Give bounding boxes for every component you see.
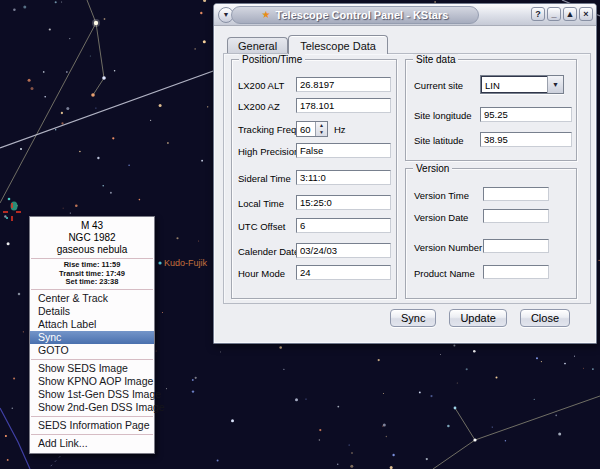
- lx200-az-field[interactable]: [296, 98, 391, 113]
- tracking-freq-label: Tracking Freq: [238, 124, 296, 135]
- local-time-field[interactable]: [296, 195, 391, 210]
- hour-mode-field[interactable]: [296, 265, 391, 280]
- current-site-value: LIN: [481, 76, 547, 93]
- local-time-label: Local Time: [238, 198, 284, 209]
- site-longitude-label: Site longitude: [414, 110, 472, 121]
- menu-item-show-2nd-gen-dss-image[interactable]: Show 2nd-Gen DSS Image: [30, 401, 154, 414]
- window-title-pill: ★ Telescope Control Panel - KStars: [231, 6, 479, 24]
- kstars-desktop: Kudo-Fujik M 43 NGC 1982 gaseous nebula …: [0, 0, 600, 469]
- site-data-group: Site data Current site LIN ▼ Site longit…: [405, 59, 577, 161]
- object-type: gaseous nebula: [30, 244, 154, 256]
- comet-label[interactable]: Kudo-Fujik: [164, 258, 207, 268]
- site-latitude-field[interactable]: [480, 132, 572, 147]
- update-button[interactable]: Update: [449, 309, 506, 327]
- site-latitude-label: Site latitude: [414, 135, 464, 146]
- menu-item-show-kpno-aop-image[interactable]: Show KPNO AOP Image: [30, 375, 154, 388]
- version-time-label: Version Time: [414, 190, 469, 201]
- menu-item-seds-information-page[interactable]: SEDS Information Page: [30, 419, 154, 432]
- position-time-group-title: Position/Time: [239, 54, 305, 65]
- menu-item-sync[interactable]: Sync: [30, 331, 154, 344]
- spin-down-icon[interactable]: ▼: [316, 129, 327, 136]
- set-time: Set time: 23:38: [30, 278, 154, 287]
- high-precision-field[interactable]: [296, 143, 391, 158]
- window-titlebar[interactable]: ▼ ★ Telescope Control Panel - KStars ? _…: [214, 4, 596, 26]
- tracking-freq-value: 60: [297, 122, 315, 136]
- position-time-group: Position/Time LX200 ALT LX200 AZ Trackin…: [231, 59, 397, 299]
- window-title: Telescope Control Panel - KStars: [276, 9, 449, 21]
- menu-item-attach-label[interactable]: Attach Label: [30, 318, 154, 331]
- product-name-field[interactable]: [483, 265, 549, 279]
- sideral-time-label: Sideral Time: [238, 173, 291, 184]
- calender-date-field[interactable]: [296, 243, 391, 258]
- version-date-label: Version Date: [414, 212, 468, 223]
- telescope-data-pane: Position/Time LX200 ALT LX200 AZ Trackin…: [223, 53, 591, 304]
- menu-separator: [31, 258, 153, 259]
- comet-symbol[interactable]: [158, 261, 161, 264]
- hour-mode-label: Hour Mode: [238, 268, 285, 279]
- utc-offset-field[interactable]: [296, 218, 391, 233]
- tracking-freq-unit: Hz: [334, 124, 346, 135]
- tracking-freq-spinbox[interactable]: 60 ▲ ▼: [296, 121, 328, 137]
- lx200-az-label: LX200 AZ: [238, 101, 280, 112]
- shade-button[interactable]: ▲: [563, 7, 577, 21]
- menu-separator: [31, 289, 153, 290]
- version-group: Version Version Time Version Date Versio…: [405, 168, 577, 299]
- lx200-alt-label: LX200 ALT: [238, 80, 284, 91]
- menu-item-show-seds-image[interactable]: Show SEDS Image: [30, 362, 154, 375]
- menu-item-details[interactable]: Details: [30, 305, 154, 318]
- menu-separator: [31, 359, 153, 360]
- lx200-alt-field[interactable]: [296, 77, 391, 92]
- menu-item-center-track[interactable]: Center & Track: [30, 292, 154, 305]
- menu-item-show-1st-gen-dss-image[interactable]: Show 1st-Gen DSS Image: [30, 388, 154, 401]
- menu-item-add-link[interactable]: Add Link...: [30, 437, 154, 450]
- utc-offset-label: UTC Offset: [238, 221, 285, 232]
- calender-date-label: Calender Date: [238, 246, 299, 257]
- dialog-button-row: Sync Update Close: [390, 309, 570, 327]
- telescope-control-panel-window: ▼ ★ Telescope Control Panel - KStars ? _…: [213, 3, 597, 344]
- current-site-combo[interactable]: LIN ▼: [480, 75, 564, 94]
- site-data-group-title: Site data: [413, 54, 458, 65]
- site-longitude-field[interactable]: [480, 107, 572, 122]
- version-group-title: Version: [413, 163, 452, 174]
- high-precision-label: High Precision: [238, 146, 299, 157]
- version-number-label: Version Number: [414, 242, 482, 253]
- tab-general[interactable]: General: [227, 37, 288, 53]
- minimize-button[interactable]: _: [547, 7, 561, 21]
- version-time-field[interactable]: [483, 187, 549, 201]
- product-name-label: Product Name: [414, 268, 475, 279]
- object-name-primary: M 43: [30, 220, 154, 232]
- chevron-down-icon: ▼: [547, 76, 563, 93]
- version-number-field[interactable]: [483, 239, 549, 253]
- tab-bar: General Telescope Data: [227, 35, 388, 53]
- object-name-catalog: NGC 1982: [30, 232, 154, 244]
- menu-item-goto[interactable]: GOTO: [30, 344, 154, 357]
- current-site-label: Current site: [414, 80, 463, 91]
- close-button[interactable]: ×: [579, 7, 593, 21]
- help-button[interactable]: ?: [531, 7, 545, 21]
- sync-button[interactable]: Sync: [390, 309, 436, 327]
- spin-up-icon[interactable]: ▲: [316, 122, 327, 129]
- tab-telescope-data[interactable]: Telescope Data: [288, 35, 388, 54]
- object-context-menu: M 43 NGC 1982 gaseous nebula Rise time: …: [29, 216, 155, 454]
- version-date-field[interactable]: [483, 209, 549, 223]
- sideral-time-field[interactable]: [296, 170, 391, 185]
- menu-separator: [31, 434, 153, 435]
- menu-separator: [31, 416, 153, 417]
- close-action-button[interactable]: Close: [520, 309, 570, 327]
- kstars-app-icon: ★: [262, 10, 271, 20]
